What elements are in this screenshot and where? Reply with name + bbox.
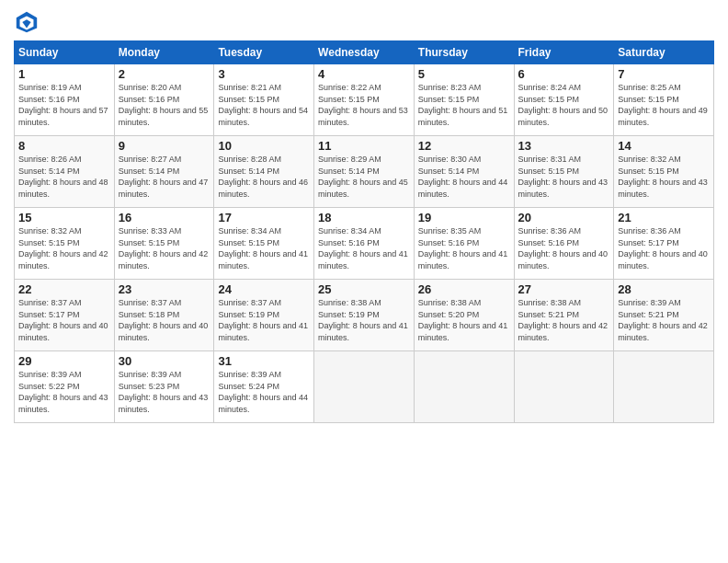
- day-cell-24: 24 Sunrise: 8:37 AM Sunset: 5:19 PM Dayl…: [214, 280, 314, 351]
- day-number: 11: [318, 139, 410, 153]
- day-number: 2: [119, 67, 210, 81]
- day-number: 12: [418, 139, 510, 153]
- day-info: Sunrise: 8:39 AM Sunset: 5:21 PM Dayligh…: [618, 297, 710, 343]
- day-info: Sunrise: 8:28 AM Sunset: 5:14 PM Dayligh…: [218, 154, 310, 200]
- day-number: 6: [518, 67, 610, 81]
- day-number: 4: [318, 67, 410, 81]
- day-info: Sunrise: 8:26 AM Sunset: 5:14 PM Dayligh…: [18, 154, 110, 200]
- day-cell-17: 17 Sunrise: 8:34 AM Sunset: 5:15 PM Dayl…: [214, 208, 314, 280]
- day-info: Sunrise: 8:25 AM Sunset: 5:15 PM Dayligh…: [618, 82, 710, 128]
- day-number: 20: [518, 211, 610, 224]
- day-cell-23: 23 Sunrise: 8:37 AM Sunset: 5:18 PM Dayl…: [114, 280, 214, 351]
- day-cell-1: 1 Sunrise: 8:19 AM Sunset: 5:16 PM Dayli…: [15, 64, 115, 136]
- day-info: Sunrise: 8:29 AM Sunset: 5:14 PM Dayligh…: [318, 154, 410, 200]
- day-cell-11: 11 Sunrise: 8:29 AM Sunset: 5:14 PM Dayl…: [314, 136, 415, 208]
- day-number: 1: [18, 67, 110, 81]
- day-cell-29: 29 Sunrise: 8:39 AM Sunset: 5:22 PM Dayl…: [15, 351, 115, 423]
- day-number: 24: [218, 282, 310, 296]
- day-cell-7: 7 Sunrise: 8:25 AM Sunset: 5:15 PM Dayli…: [614, 64, 714, 136]
- day-header-wednesday: Wednesday: [314, 41, 415, 64]
- day-number: 26: [418, 282, 510, 296]
- day-number: 29: [18, 354, 110, 368]
- day-info: Sunrise: 8:33 AM Sunset: 5:15 PM Dayligh…: [119, 225, 210, 271]
- day-info: Sunrise: 8:37 AM Sunset: 5:18 PM Dayligh…: [119, 297, 210, 343]
- day-cell-20: 20 Sunrise: 8:36 AM Sunset: 5:16 PM Dayl…: [514, 208, 614, 280]
- day-cell-21: 21 Sunrise: 8:36 AM Sunset: 5:17 PM Dayl…: [614, 208, 714, 280]
- day-info: Sunrise: 8:35 AM Sunset: 5:16 PM Dayligh…: [418, 225, 510, 271]
- day-info: Sunrise: 8:38 AM Sunset: 5:19 PM Dayligh…: [318, 297, 410, 343]
- day-cell-19: 19 Sunrise: 8:35 AM Sunset: 5:16 PM Dayl…: [414, 208, 514, 280]
- week-row-3: 15 Sunrise: 8:32 AM Sunset: 5:15 PM Dayl…: [15, 208, 714, 280]
- day-info: Sunrise: 8:30 AM Sunset: 5:14 PM Dayligh…: [418, 154, 510, 200]
- day-cell-15: 15 Sunrise: 8:32 AM Sunset: 5:15 PM Dayl…: [15, 208, 115, 280]
- day-cell-30: 30 Sunrise: 8:39 AM Sunset: 5:23 PM Dayl…: [114, 351, 214, 423]
- day-header-sunday: Sunday: [15, 41, 115, 64]
- day-info: Sunrise: 8:21 AM Sunset: 5:15 PM Dayligh…: [218, 82, 310, 128]
- empty-cell: [314, 351, 415, 423]
- day-cell-6: 6 Sunrise: 8:24 AM Sunset: 5:15 PM Dayli…: [514, 64, 614, 136]
- day-cell-25: 25 Sunrise: 8:38 AM Sunset: 5:19 PM Dayl…: [314, 280, 415, 351]
- day-number: 9: [119, 139, 210, 153]
- logo-icon: [14, 9, 40, 35]
- day-info: Sunrise: 8:39 AM Sunset: 5:23 PM Dayligh…: [119, 369, 210, 415]
- day-header-monday: Monday: [114, 41, 214, 64]
- day-number: 22: [18, 282, 110, 296]
- day-number: 8: [18, 139, 110, 153]
- day-cell-28: 28 Sunrise: 8:39 AM Sunset: 5:21 PM Dayl…: [614, 280, 714, 351]
- header-row: SundayMondayTuesdayWednesdayThursdayFrid…: [15, 41, 714, 64]
- day-info: Sunrise: 8:22 AM Sunset: 5:15 PM Dayligh…: [318, 82, 410, 128]
- day-cell-16: 16 Sunrise: 8:33 AM Sunset: 5:15 PM Dayl…: [114, 208, 214, 280]
- day-number: 5: [418, 67, 510, 81]
- day-number: 14: [618, 139, 710, 153]
- day-cell-27: 27 Sunrise: 8:38 AM Sunset: 5:21 PM Dayl…: [514, 280, 614, 351]
- day-number: 27: [518, 282, 610, 296]
- empty-cell: [414, 351, 514, 423]
- day-info: Sunrise: 8:39 AM Sunset: 5:24 PM Dayligh…: [218, 369, 310, 415]
- day-info: Sunrise: 8:34 AM Sunset: 5:15 PM Dayligh…: [218, 225, 310, 271]
- day-number: 30: [119, 354, 210, 368]
- day-info: Sunrise: 8:32 AM Sunset: 5:15 PM Dayligh…: [18, 225, 110, 271]
- day-info: Sunrise: 8:36 AM Sunset: 5:17 PM Dayligh…: [618, 225, 710, 271]
- day-cell-18: 18 Sunrise: 8:34 AM Sunset: 5:16 PM Dayl…: [314, 208, 415, 280]
- day-number: 25: [318, 282, 410, 296]
- day-info: Sunrise: 8:19 AM Sunset: 5:16 PM Dayligh…: [18, 82, 110, 128]
- day-cell-31: 31 Sunrise: 8:39 AM Sunset: 5:24 PM Dayl…: [214, 351, 314, 423]
- empty-cell: [514, 351, 614, 423]
- day-number: 13: [518, 139, 610, 153]
- calendar-body: 1 Sunrise: 8:19 AM Sunset: 5:16 PM Dayli…: [15, 64, 714, 423]
- day-cell-3: 3 Sunrise: 8:21 AM Sunset: 5:15 PM Dayli…: [214, 64, 314, 136]
- day-number: 3: [218, 67, 310, 81]
- day-info: Sunrise: 8:38 AM Sunset: 5:21 PM Dayligh…: [518, 297, 610, 343]
- day-number: 10: [218, 139, 310, 153]
- calendar-table: SundayMondayTuesdayWednesdayThursdayFrid…: [14, 40, 714, 423]
- day-number: 23: [119, 282, 210, 296]
- day-info: Sunrise: 8:37 AM Sunset: 5:17 PM Dayligh…: [18, 297, 110, 343]
- day-cell-22: 22 Sunrise: 8:37 AM Sunset: 5:17 PM Dayl…: [15, 280, 115, 351]
- day-number: 16: [119, 211, 210, 224]
- week-row-2: 8 Sunrise: 8:26 AM Sunset: 5:14 PM Dayli…: [15, 136, 714, 208]
- day-info: Sunrise: 8:32 AM Sunset: 5:15 PM Dayligh…: [618, 154, 710, 200]
- day-number: 17: [218, 211, 310, 224]
- day-number: 31: [218, 354, 310, 368]
- day-info: Sunrise: 8:38 AM Sunset: 5:20 PM Dayligh…: [418, 297, 510, 343]
- day-cell-9: 9 Sunrise: 8:27 AM Sunset: 5:14 PM Dayli…: [114, 136, 214, 208]
- day-number: 28: [618, 282, 710, 296]
- day-cell-12: 12 Sunrise: 8:30 AM Sunset: 5:14 PM Dayl…: [414, 136, 514, 208]
- day-info: Sunrise: 8:34 AM Sunset: 5:16 PM Dayligh…: [318, 225, 410, 271]
- day-info: Sunrise: 8:23 AM Sunset: 5:15 PM Dayligh…: [418, 82, 510, 128]
- day-cell-14: 14 Sunrise: 8:32 AM Sunset: 5:15 PM Dayl…: [614, 136, 714, 208]
- day-info: Sunrise: 8:36 AM Sunset: 5:16 PM Dayligh…: [518, 225, 610, 271]
- day-cell-4: 4 Sunrise: 8:22 AM Sunset: 5:15 PM Dayli…: [314, 64, 415, 136]
- page-container: SundayMondayTuesdayWednesdayThursdayFrid…: [0, 0, 728, 428]
- day-cell-26: 26 Sunrise: 8:38 AM Sunset: 5:20 PM Dayl…: [414, 280, 514, 351]
- day-info: Sunrise: 8:37 AM Sunset: 5:19 PM Dayligh…: [218, 297, 310, 343]
- empty-cell: [614, 351, 714, 423]
- header: [14, 9, 714, 35]
- day-info: Sunrise: 8:27 AM Sunset: 5:14 PM Dayligh…: [119, 154, 210, 200]
- logo: [14, 9, 43, 35]
- day-cell-8: 8 Sunrise: 8:26 AM Sunset: 5:14 PM Dayli…: [15, 136, 115, 208]
- calendar-header: SundayMondayTuesdayWednesdayThursdayFrid…: [15, 41, 714, 64]
- day-info: Sunrise: 8:31 AM Sunset: 5:15 PM Dayligh…: [518, 154, 610, 200]
- day-number: 19: [418, 211, 510, 224]
- day-number: 7: [618, 67, 710, 81]
